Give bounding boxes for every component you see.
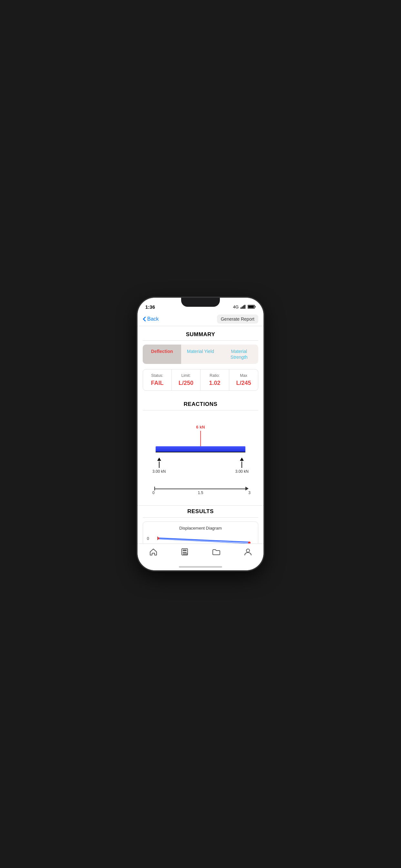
- beam: [156, 446, 245, 452]
- svg-rect-3: [244, 305, 245, 309]
- notch: [181, 298, 220, 307]
- svg-rect-6: [248, 306, 254, 308]
- svg-rect-5: [255, 306, 256, 307]
- status-label-status: Status:: [146, 373, 169, 378]
- status-cell-ratio: Ratio: 1.02: [201, 369, 229, 391]
- status-label-ratio: Ratio:: [203, 373, 226, 378]
- tab-deflection[interactable]: Deflection: [143, 345, 181, 364]
- reactions-section: REACTIONS 6 kN 3.00 kN: [137, 399, 264, 505]
- home-icon: [149, 548, 158, 556]
- tab-bar-folder[interactable]: [207, 547, 226, 557]
- reaction-right: 3.00 kN: [235, 458, 249, 474]
- svg-rect-2: [243, 306, 244, 309]
- reaction-right-line: [242, 461, 242, 468]
- svg-rect-14: [183, 554, 184, 554]
- status-time: 1:36: [145, 304, 155, 310]
- status-label-max: Max: [232, 373, 255, 378]
- svg-rect-11: [183, 552, 184, 553]
- reaction-left-arrowhead: [157, 458, 161, 461]
- calculator-icon: [181, 548, 189, 556]
- displacement-diagram: 0: [147, 533, 254, 544]
- axis-arrow: [245, 487, 249, 491]
- reactions-title: REACTIONS: [143, 401, 258, 410]
- main-content: SUMMARY Deflection Material Yield Materi…: [137, 326, 264, 544]
- home-indicator: [179, 566, 222, 568]
- back-chevron-icon: [143, 316, 146, 321]
- axis-label-mid: 1.5: [198, 491, 204, 495]
- summary-title: SUMMARY: [143, 331, 258, 341]
- force-down-line: [200, 431, 201, 448]
- axis-label-0: 0: [152, 491, 155, 495]
- status-value-ratio: 1.02: [203, 380, 226, 386]
- reactions-diagram: 6 kN 3.00 kN: [143, 415, 258, 480]
- reaction-left: 3.00 kN: [152, 458, 166, 474]
- reaction-right-arrowhead: [240, 458, 244, 461]
- battery-icon: [248, 305, 256, 309]
- reaction-right-label: 3.00 kN: [235, 469, 249, 474]
- status-label-limit: Limit:: [174, 373, 197, 378]
- phone-frame: 1:36 4G: [137, 298, 264, 570]
- tab-material-strength[interactable]: Material Strength: [220, 345, 258, 364]
- signal-icon: [241, 305, 246, 309]
- phone-screen: 1:36 4G: [137, 298, 264, 570]
- reaction-left-line: [159, 461, 159, 468]
- svg-rect-13: [185, 552, 187, 553]
- axis-tick: [154, 487, 155, 491]
- status-icons: 4G: [233, 305, 256, 309]
- nav-bar: Back Generate Report: [137, 312, 264, 326]
- displacement-card: Displacement Diagram 0: [143, 522, 258, 544]
- generate-report-button[interactable]: Generate Report: [217, 314, 258, 323]
- status-value-limit: L/250: [174, 380, 197, 386]
- axis-label-end: 3: [248, 491, 251, 495]
- axis-line: [154, 489, 247, 489]
- status-cell-max: Max L/245: [229, 369, 258, 391]
- displacement-svg: [152, 533, 259, 544]
- svg-rect-10: [183, 550, 187, 551]
- results-section: RESULTS Displacement Diagram 0: [137, 505, 264, 544]
- svg-marker-7: [157, 536, 160, 540]
- displacement-title: Displacement Diagram: [147, 526, 254, 531]
- back-label: Back: [147, 316, 159, 322]
- svg-point-17: [246, 549, 250, 552]
- tabs-container: Deflection Material Yield Material Stren…: [143, 345, 258, 364]
- back-button[interactable]: Back: [143, 316, 159, 322]
- tab-bar-user[interactable]: [239, 547, 257, 557]
- reaction-left-label: 3.00 kN: [152, 469, 166, 474]
- disp-label-0: 0: [147, 536, 149, 541]
- svg-rect-16: [185, 554, 188, 554]
- summary-section: SUMMARY Deflection Material Yield Materi…: [137, 326, 264, 399]
- results-title: RESULTS: [143, 508, 258, 518]
- svg-rect-0: [241, 307, 242, 309]
- status-grid: Status: FAIL Limit: L/250 Ratio: 1.02 Ma…: [143, 369, 258, 391]
- svg-rect-15: [184, 554, 185, 554]
- user-icon: [244, 548, 252, 556]
- tab-bar-calculator[interactable]: [175, 547, 194, 557]
- status-cell-limit: Limit: L/250: [172, 369, 201, 391]
- signal-label: 4G: [233, 305, 239, 309]
- scale-axis: 0 1.5 3: [148, 485, 253, 495]
- status-cell-status: Status: FAIL: [143, 369, 172, 391]
- tab-material-yield[interactable]: Material Yield: [181, 345, 220, 364]
- force-label: 6 kN: [196, 425, 205, 430]
- svg-rect-12: [184, 552, 185, 553]
- svg-rect-1: [242, 306, 243, 309]
- folder-icon: [212, 548, 221, 556]
- tab-bar-home[interactable]: [144, 547, 163, 557]
- status-value-max: L/245: [232, 380, 255, 386]
- status-value-status: FAIL: [146, 380, 169, 386]
